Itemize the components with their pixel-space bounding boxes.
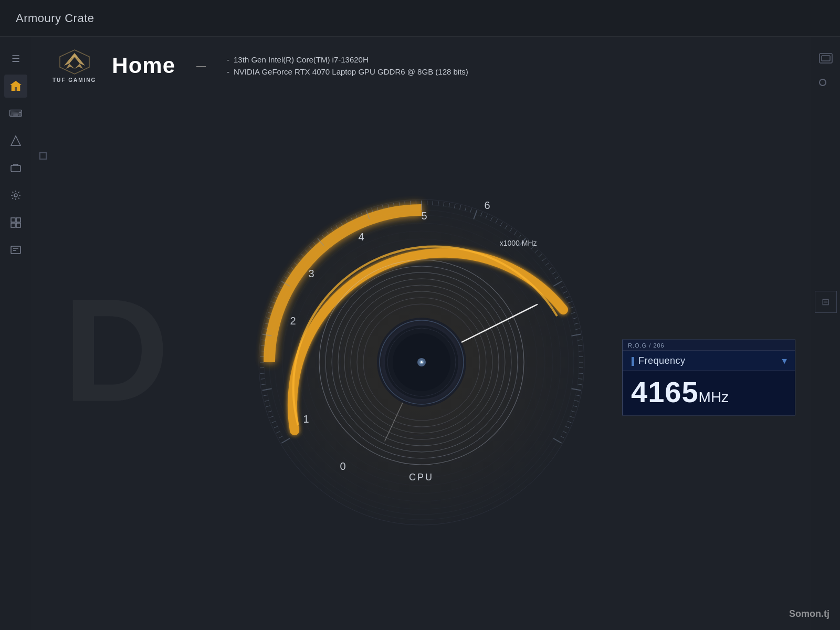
svg-line-67 — [260, 345, 265, 346]
right-panel: ⊟ — [811, 37, 840, 630]
svg-line-136 — [549, 267, 552, 270]
svg-line-105 — [399, 202, 400, 206]
svg-line-73 — [268, 312, 272, 313]
scale-2: 2 — [290, 315, 296, 327]
scale-5: 5 — [422, 210, 427, 222]
svg-line-161 — [574, 401, 579, 402]
sidebar-item-settings[interactable] — [4, 184, 27, 207]
sidebar-item-scenario[interactable] — [4, 156, 27, 180]
scale-unit: x1000 MHz — [500, 239, 537, 247]
svg-line-102 — [382, 205, 383, 209]
svg-line-114 — [449, 203, 449, 207]
frequency-panel: R.O.G / 206 ▐ Frequency ▼ 4165MHz — [622, 340, 795, 416]
svg-line-124 — [500, 222, 502, 226]
svg-rect-4 — [16, 218, 20, 222]
svg-line-157 — [578, 379, 582, 379]
svg-line-117 — [465, 207, 466, 211]
svg-line-123 — [495, 219, 497, 223]
svg-line-92 — [331, 228, 333, 232]
svg-line-137 — [552, 272, 555, 274]
scale-1: 1 — [303, 413, 309, 425]
svg-line-80 — [284, 277, 288, 279]
svg-line-113 — [443, 202, 444, 206]
right-panel-bottom: ⊟ — [815, 291, 837, 313]
svg-line-115 — [454, 204, 455, 208]
sidebar-item-menu[interactable]: ☰ — [4, 47, 27, 70]
sidebar-item-grid[interactable] — [4, 211, 27, 234]
right-panel-screenshot[interactable] — [814, 47, 837, 70]
svg-line-96 — [350, 217, 352, 220]
svg-line-163 — [571, 411, 575, 412]
svg-line-57 — [265, 401, 269, 402]
svg-rect-7 — [11, 246, 20, 254]
freq-panel-label: Frequency — [638, 355, 686, 366]
right-widget[interactable]: ⊟ — [815, 291, 837, 313]
spec-gpu: - NVIDIA GeForce RTX 4070 Laptop GPU GDD… — [227, 67, 468, 76]
svg-line-126 — [509, 228, 511, 232]
svg-line-52 — [274, 426, 277, 428]
watermark: Somon.tj — [789, 608, 830, 620]
svg-line-135 — [545, 262, 549, 265]
gauge-container: 0 1 2 3 4 5 6 x1000 MHz CPU — [238, 178, 605, 546]
svg-rect-3 — [11, 218, 15, 222]
freq-panel-arrow-icon: ▐ — [629, 356, 634, 365]
svg-line-159 — [571, 388, 581, 390]
svg-line-103 — [387, 204, 388, 208]
gauge-ticks — [238, 178, 605, 546]
svg-line-169 — [553, 438, 562, 443]
svg-line-128 — [518, 235, 521, 238]
svg-line-121 — [486, 215, 487, 218]
svg-line-141 — [563, 291, 566, 293]
svg-line-91 — [326, 232, 329, 235]
svg-line-66 — [260, 351, 264, 352]
sidebar-item-home[interactable] — [4, 75, 27, 98]
svg-line-58 — [263, 395, 267, 396]
cpu-label: CPU — [409, 472, 434, 483]
svg-line-50 — [279, 436, 282, 438]
svg-line-149 — [571, 334, 581, 336]
header-section: TUF GAMING Home — - 13th Gen Intel(R) Co… — [32, 37, 811, 94]
svg-line-112 — [438, 202, 438, 206]
freq-panel-value: 4165MHz — [623, 371, 795, 415]
svg-line-116 — [459, 205, 460, 209]
svg-line-133 — [538, 254, 541, 257]
svg-line-59 — [262, 388, 271, 390]
freq-panel-dropdown-icon[interactable]: ▼ — [780, 356, 789, 365]
svg-line-98 — [361, 212, 362, 216]
svg-line-71 — [265, 323, 269, 324]
svg-line-164 — [569, 416, 573, 418]
freq-panel-tag: R.O.G / 206 — [628, 342, 665, 349]
svg-line-56 — [266, 406, 270, 407]
svg-line-88 — [313, 242, 316, 245]
spec-cpu: - 13th Gen Intel(R) Core(TM) i7-13620H — [227, 55, 468, 64]
tuf-logo: TUF GAMING — [52, 49, 96, 83]
svg-line-156 — [579, 373, 583, 374]
svg-line-165 — [568, 421, 571, 423]
svg-line-168 — [560, 436, 564, 438]
specs-list: - 13th Gen Intel(R) Core(TM) i7-13620H -… — [227, 55, 468, 76]
svg-line-74 — [269, 307, 274, 309]
svg-line-83 — [294, 262, 297, 265]
svg-line-87 — [309, 246, 312, 249]
sidebar-item-aura[interactable] — [4, 129, 27, 152]
freq-panel-header: R.O.G / 206 — [623, 340, 795, 351]
svg-line-151 — [578, 345, 582, 346]
svg-line-82 — [290, 267, 293, 270]
freq-panel-title-row[interactable]: ▐ Frequency ▼ — [623, 351, 795, 371]
svg-line-78 — [279, 286, 282, 288]
svg-line-69 — [262, 334, 271, 336]
svg-line-119 — [474, 211, 477, 219]
svg-line-95 — [345, 219, 348, 223]
svg-line-143 — [568, 302, 571, 303]
svg-line-166 — [565, 426, 569, 428]
sidebar-item-keyboard[interactable]: ⌨ — [4, 102, 27, 125]
svg-line-139 — [553, 281, 562, 286]
svg-line-62 — [260, 373, 264, 374]
brand-text: TUF GAMING — [52, 77, 96, 83]
sidebar-item-armoury[interactable] — [4, 238, 27, 261]
svg-line-60 — [261, 384, 265, 385]
top-bar: Armoury Crate — [0, 0, 840, 37]
svg-line-120 — [480, 212, 482, 216]
svg-marker-0 — [11, 136, 20, 145]
freq-value: 4165 — [631, 375, 699, 408]
